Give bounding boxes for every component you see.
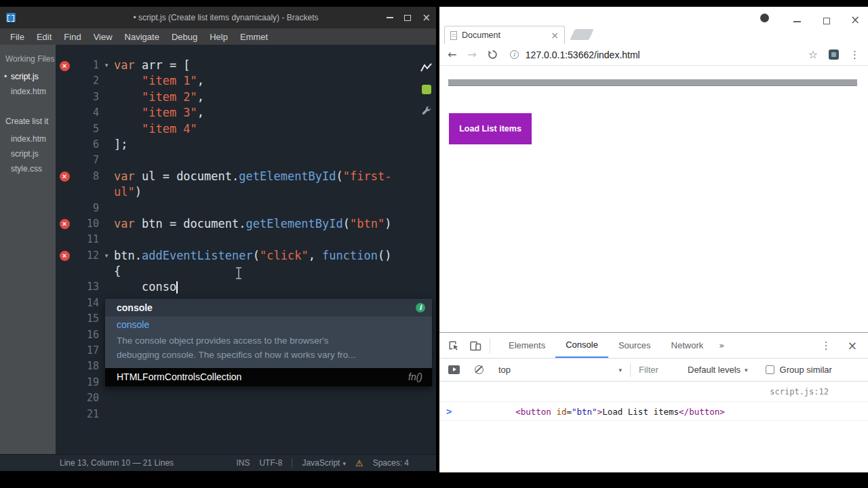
menu-item-help[interactable]: Help [203, 32, 234, 42]
menu-item-debug[interactable]: Debug [165, 32, 203, 42]
devtools-tab-network[interactable]: Network [661, 333, 714, 358]
menu-item-find[interactable]: Find [58, 32, 87, 42]
line-number: 7 [73, 152, 99, 168]
lint-warning-icon[interactable]: ⚠ [355, 458, 363, 468]
code-line[interactable]: 3 "item 2", [56, 89, 417, 105]
brackets-menubar: FileEditFindViewNavigateDebugHelpEmmet [0, 28, 436, 45]
brackets-titlebar[interactable]: • script.js (Create list items dynamicaa… [0, 7, 436, 28]
back-icon[interactable]: ← [448, 48, 456, 61]
line-number: 10 [73, 216, 99, 232]
code-line[interactable]: 4 "item 3", [56, 105, 417, 121]
insert-mode[interactable]: INS [236, 458, 250, 468]
close-button[interactable]: × [422, 13, 431, 23]
clear-console-icon[interactable] [475, 365, 484, 374]
menu-item-emmet[interactable]: Emmet [234, 32, 274, 42]
menu-item-file[interactable]: File [4, 32, 31, 42]
devtools-tab-elements[interactable]: Elements [498, 333, 555, 358]
cursor-position: Line 13, Column 10 — 21 Lines [60, 458, 174, 468]
browser-tab[interactable]: Document × [444, 26, 565, 44]
fold-gutter-cell [99, 73, 114, 89]
language-selector[interactable]: JavaScript▾ [302, 458, 346, 468]
log-levels-selector[interactable]: Default levels ▾ [688, 365, 748, 375]
devtools-menu-icon[interactable]: ⋮ [821, 340, 831, 352]
code-line[interactable]: 9 [56, 201, 417, 216]
code-line[interactable]: ul") [56, 184, 417, 200]
line-number: 9 [73, 201, 99, 216]
autocomplete-footer-item[interactable]: HTMLFormControlsCollection fn() [105, 368, 432, 386]
line-number [73, 264, 99, 279]
autocomplete-popup: console i console The console object pro… [105, 299, 432, 386]
info-icon[interactable]: i [416, 303, 425, 312]
console-sidebar-icon[interactable] [448, 365, 460, 374]
code-line[interactable]: 7 [56, 152, 417, 168]
console-log-row[interactable]: <button id="btn">Load List items</button… [439, 382, 868, 402]
project-file-item[interactable]: script.js [0, 146, 56, 161]
extension-icon[interactable] [829, 49, 839, 60]
spaces-setting[interactable]: Spaces: 4 [373, 458, 409, 468]
menu-item-navigate[interactable]: Navigate [119, 32, 165, 42]
menu-item-view[interactable]: View [87, 32, 119, 42]
bookmark-star-icon[interactable]: ☆ [808, 48, 818, 61]
line-number: 3 [73, 89, 99, 105]
wrench-icon[interactable] [421, 106, 432, 117]
browser-maximize-button[interactable] [823, 18, 830, 24]
fold-arrow-icon[interactable]: ▾ [99, 248, 114, 264]
browser-minimize-button[interactable] [793, 21, 801, 22]
code-text: conso [114, 279, 178, 295]
browser-menu-icon[interactable]: ⋮ [850, 49, 860, 61]
extension-manager-icon[interactable] [422, 85, 431, 94]
project-name[interactable]: Create list it [0, 99, 56, 131]
code-line[interactable]: ×1▾var arr = [ [56, 58, 417, 73]
code-line[interactable]: 21 [56, 407, 417, 422]
maximize-button[interactable] [404, 15, 411, 21]
working-file-item[interactable]: index.htm [0, 84, 56, 99]
error-icon: × [60, 251, 70, 261]
devtools-close-icon[interactable]: × [848, 339, 857, 352]
filter-input[interactable] [639, 365, 681, 375]
more-tabs-icon[interactable]: » [713, 340, 730, 350]
reload-icon[interactable] [488, 49, 498, 60]
log-source-link[interactable]: script.js:12 [770, 382, 829, 402]
context-selector[interactable]: top ▾ [498, 365, 622, 375]
code-line[interactable]: 5 "item 4" [56, 121, 417, 137]
code-line[interactable]: 6]; [56, 137, 417, 152]
devtools-tab-console[interactable]: Console [555, 333, 608, 358]
code-line[interactable]: 13 conso [56, 279, 417, 295]
code-editor[interactable]: ×1▾var arr = [2 "item 1",3 "item 2",4 "i… [56, 45, 436, 454]
autocomplete-selected-item[interactable]: console i [105, 299, 432, 317]
browser-close-button[interactable]: × [850, 14, 860, 26]
code-line[interactable]: ×12▾btn.addEventListener("click", functi… [56, 248, 417, 264]
fold-arrow-icon[interactable]: ▾ [99, 58, 114, 73]
code-line[interactable]: ×10var btn = document.getElementById("bt… [56, 216, 417, 232]
live-preview-icon[interactable] [420, 62, 433, 73]
fold-gutter-cell [99, 279, 114, 295]
tab-close-icon[interactable]: × [551, 30, 559, 40]
inspect-element-icon[interactable] [448, 340, 460, 352]
code-line[interactable]: 2 "item 1", [56, 73, 417, 89]
code-line[interactable]: ×8var ul = document.getElementById("firs… [56, 169, 417, 184]
project-file-item[interactable]: style.css [0, 161, 56, 176]
working-file-item[interactable]: •script.js [0, 69, 56, 84]
code-line[interactable]: 20 [56, 390, 417, 406]
brackets-window: • script.js (Create list items dynamicaa… [0, 7, 436, 471]
new-tab-button[interactable] [570, 29, 593, 40]
code-text: "item 2", [114, 89, 204, 105]
project-file-item[interactable]: index.htm [0, 131, 56, 146]
menu-item-edit[interactable]: Edit [31, 32, 58, 42]
device-toolbar-icon[interactable] [469, 340, 481, 352]
encoding[interactable]: UTF-8 [259, 458, 282, 468]
site-info-icon[interactable]: i [510, 50, 519, 59]
load-list-items-button[interactable]: Load List items [449, 113, 532, 144]
browser-topbar[interactable]: × [439, 7, 868, 26]
fold-gutter-cell [99, 152, 114, 168]
minimize-button[interactable] [387, 17, 393, 18]
profile-icon[interactable] [760, 14, 769, 22]
gutter-error-cell [56, 407, 73, 422]
address-bar[interactable]: 127.0.0.1:53662/index.html [526, 49, 640, 60]
gutter-error-cell [56, 327, 73, 343]
forward-icon[interactable]: → [467, 48, 476, 61]
fold-gutter-cell [99, 201, 114, 216]
devtools-tab-sources[interactable]: Sources [608, 333, 661, 358]
group-similar-checkbox[interactable] [766, 365, 774, 374]
code-line[interactable]: 11 [56, 232, 417, 247]
